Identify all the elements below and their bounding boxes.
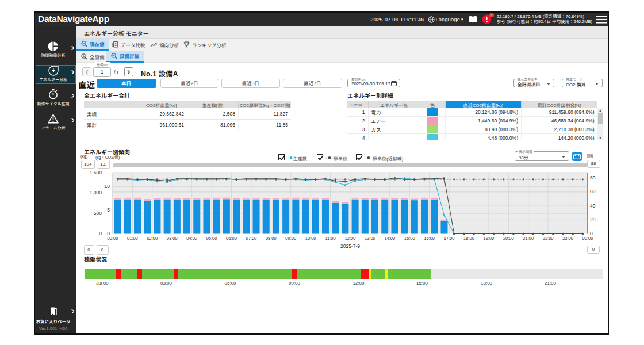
svg-text:16:00: 16:00	[424, 236, 435, 241]
svg-text:60: 60	[590, 189, 596, 194]
status-time-label: 21:00	[545, 281, 556, 286]
svg-text:12:00: 12:00	[345, 236, 356, 241]
svg-text:2025-7-9: 2025-7-9	[340, 243, 360, 249]
status-time-label: 18:00	[481, 281, 492, 286]
svg-text:1,500: 1,500	[90, 170, 102, 175]
svg-text:22:00: 22:00	[543, 236, 554, 241]
svg-text:11:00: 11:00	[325, 236, 335, 241]
svg-text:02:00: 02:00	[147, 236, 158, 241]
svg-text:17:00: 17:00	[444, 236, 455, 241]
svg-text:40: 40	[590, 203, 596, 209]
app-window: DataNavigateApp 2025-07-09 T16:11:46 Lan…	[34, 12, 610, 335]
svg-text:07:00: 07:00	[246, 236, 257, 241]
status-time-label: 06:00	[225, 281, 236, 286]
svg-text:18:00: 18:00	[463, 236, 474, 241]
svg-text:13:00: 13:00	[365, 236, 375, 241]
status-time-label: 15:00	[416, 281, 428, 286]
status-time-label: 12:00	[352, 281, 364, 286]
svg-text:0: 0	[590, 231, 593, 236]
svg-text:15:00: 15:00	[404, 236, 415, 241]
status-segment-warn	[385, 269, 388, 279]
svg-text:01:00: 01:00	[127, 236, 138, 241]
svg-text:06:00: 06:00	[226, 236, 237, 241]
svg-text:09:00: 09:00	[285, 236, 296, 241]
status-segment-warn	[369, 269, 371, 279]
status-time-label: Jul 09	[96, 281, 108, 286]
axis-min-kg-input[interactable]: 0	[84, 245, 94, 255]
status-segment-stop	[361, 269, 369, 279]
svg-text:08:00: 08:00	[266, 236, 277, 241]
svg-text:20:00: 20:00	[503, 236, 514, 241]
svg-text:0: 0	[107, 231, 110, 236]
svg-text:21:00: 21:00	[523, 236, 534, 241]
svg-text:10:00: 10:00	[305, 236, 316, 241]
status-segment-stop	[137, 269, 143, 279]
status-segment-stop	[174, 269, 178, 279]
svg-text:14:00: 14:00	[384, 236, 395, 241]
status-segment-off	[431, 269, 603, 279]
svg-text:500: 500	[94, 210, 102, 216]
axis-min-co2-input[interactable]: 0	[97, 245, 109, 255]
svg-text:05:00: 05:00	[206, 236, 217, 241]
operating-status-bar	[85, 269, 603, 279]
svg-text:1,000: 1,000	[90, 190, 102, 195]
svg-text:20: 20	[590, 217, 596, 223]
energy-trend-chart: 00:0001:0002:0003:0004:0005:0006:0007:00…	[35, 13, 608, 260]
svg-text:10: 10	[105, 183, 110, 189]
svg-text:0: 0	[99, 231, 102, 236]
status-time-label: 09:00	[289, 281, 300, 286]
status-time-label: 03:00	[160, 281, 172, 286]
operating-status-title: 稼働状況	[84, 255, 107, 263]
svg-text:03:00: 03:00	[167, 236, 178, 241]
status-segment-stop	[116, 269, 121, 279]
svg-text:5: 5	[107, 207, 110, 213]
svg-text:23:00: 23:00	[562, 236, 573, 241]
svg-text:04:00: 04:00	[186, 236, 197, 241]
main-content: エネルギー分析 モニター 現在値 データ比較 傾向分析 ランキング分析	[35, 13, 608, 334]
svg-text:80: 80	[590, 175, 596, 181]
svg-text:19:00: 19:00	[484, 236, 494, 241]
status-segment-stop	[292, 269, 296, 279]
axis-min-ko-input[interactable]: 0	[587, 246, 600, 254]
